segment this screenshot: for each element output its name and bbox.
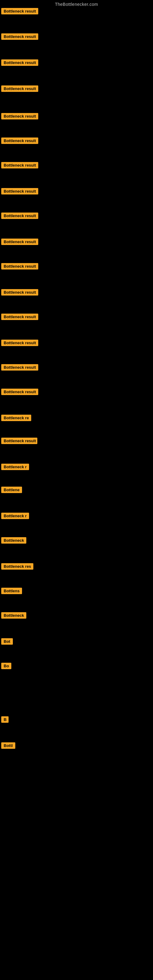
bottleneck-label: Bottleneck result <box>1 162 38 169</box>
bottleneck-label: Bottleneck result <box>1 86 38 92</box>
bottleneck-item: Bottleneck result <box>1 389 38 396</box>
bottleneck-item: Bo <box>1 663 11 670</box>
bottleneck-item: Bottl <box>1 742 15 750</box>
bottleneck-label: Bottleneck result <box>1 313 38 320</box>
bottleneck-label: Bottleneck result <box>1 59 38 66</box>
bottleneck-item: Bottleneck result <box>1 8 38 16</box>
bottleneck-item: Bottleneck result <box>1 33 38 41</box>
bottleneck-label: Bottleneck result <box>1 389 38 395</box>
bottleneck-label: Bottleneck res <box>1 563 33 570</box>
bottleneck-item: Bottleneck result <box>1 289 38 297</box>
bottleneck-item: Bottleneck re <box>1 415 31 422</box>
bottleneck-label: Bottleneck r <box>1 464 29 470</box>
bottleneck-label: Bottleneck result <box>1 213 38 219</box>
bottleneck-label: Bottleneck result <box>1 239 38 245</box>
bottleneck-item: Bottleneck result <box>1 213 38 220</box>
bottleneck-item: Bottleneck result <box>1 113 38 121</box>
bottleneck-item: Bottleneck res <box>1 563 33 571</box>
bottleneck-item: Bottleneck result <box>1 239 38 246</box>
bottleneck-item: Bottlene <box>1 487 22 494</box>
bottleneck-label: Bottleneck result <box>1 33 38 40</box>
bottleneck-label: Bottleneck result <box>1 113 38 119</box>
bottleneck-label: Bottleneck result <box>1 8 38 14</box>
items-container: Bottleneck resultBottleneck resultBottle… <box>0 8 153 973</box>
bottleneck-item: Bottleneck result <box>1 364 38 372</box>
bottleneck-label: Bottleneck result <box>1 289 38 296</box>
bottleneck-item: Bottleneck <box>1 537 26 545</box>
bottleneck-label: Bottleneck result <box>1 340 38 346</box>
bottleneck-label: Bottleneck result <box>1 263 38 269</box>
bottleneck-item: Bottlens <box>1 588 22 595</box>
bottleneck-label: Bottlens <box>1 588 22 594</box>
bottleneck-label: Bottl <box>1 742 15 749</box>
bottleneck-label: Bottleneck <box>1 612 26 619</box>
bottleneck-label: Bo <box>1 663 11 669</box>
site-title: TheBottlenecker.com <box>0 0 153 8</box>
bottleneck-item: Bottleneck r <box>1 513 29 520</box>
bottleneck-label: Bottleneck r <box>1 513 29 519</box>
bottleneck-label: Bottleneck <box>1 537 26 544</box>
bottleneck-label: Bottleneck re <box>1 415 31 421</box>
bottleneck-item: Bottleneck result <box>1 86 38 93</box>
bottleneck-item: Bottleneck result <box>1 188 38 196</box>
bottleneck-item: Bottleneck result <box>1 340 38 347</box>
bottleneck-item: Bottleneck result <box>1 137 38 145</box>
bottleneck-label: Bottleneck result <box>1 188 38 194</box>
bottleneck-item: Bottleneck <box>1 612 26 620</box>
bottleneck-label: B <box>1 716 9 723</box>
bottleneck-item: Bottleneck result <box>1 438 37 445</box>
bottleneck-label: Bottleneck result <box>1 137 38 144</box>
bottleneck-label: Bottlene <box>1 487 22 493</box>
bottleneck-item: Bottleneck result <box>1 162 38 170</box>
bottleneck-item: Bottleneck result <box>1 263 38 271</box>
bottleneck-item: Bottleneck result <box>1 59 38 67</box>
bottleneck-item: B <box>1 716 9 724</box>
bottleneck-item: Bot <box>1 638 13 646</box>
bottleneck-item: Bottleneck r <box>1 464 29 471</box>
bottleneck-label: Bottleneck result <box>1 364 38 371</box>
bottleneck-label: Bottleneck result <box>1 438 37 444</box>
bottleneck-item: Bottleneck result <box>1 313 38 321</box>
bottleneck-label: Bot <box>1 638 13 645</box>
